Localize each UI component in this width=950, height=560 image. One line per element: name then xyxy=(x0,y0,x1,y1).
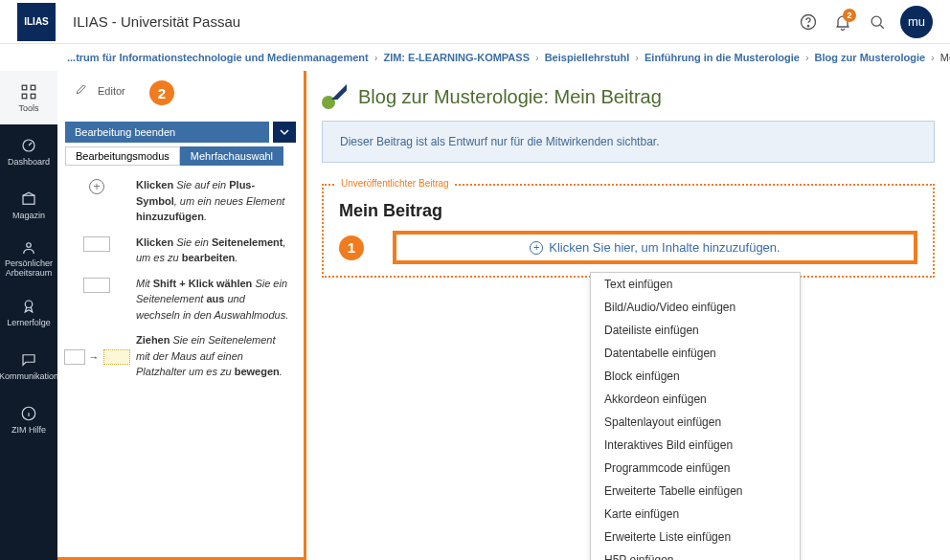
editor-hints: + Klicken Sie auf ein Plus-Symbol, um ei… xyxy=(65,177,296,380)
menu-insert-h5p[interactable]: H5P einfügen xyxy=(591,549,800,560)
annotation-badge-1: 1 xyxy=(339,235,364,260)
svg-rect-6 xyxy=(31,94,35,99)
svg-rect-8 xyxy=(23,195,34,204)
insert-menu: Text einfügen Bild/Audio/Video einfügen … xyxy=(590,272,801,560)
menu-insert-advanced-table[interactable]: Erweiterte Tabelle einfügen xyxy=(591,480,800,503)
breadcrumb-item[interactable]: Beispiellehrstuhl xyxy=(545,52,630,63)
element-icon xyxy=(83,236,110,252)
app-logo[interactable]: ILIAS xyxy=(17,3,56,41)
page-title: Blog zur Musterologie: Mein Beitrag xyxy=(358,86,662,108)
rail-label: Kommunikation xyxy=(0,371,58,381)
header: ILIAS ILIAS - Universität Passau 2 mu xyxy=(0,0,950,44)
blog-edit-icon xyxy=(322,84,347,109)
breadcrumb-item[interactable]: Blog zur Musterologie xyxy=(815,52,926,63)
add-content-label: Klicken Sie hier, um Inhalte hinzuzufüge… xyxy=(549,240,780,255)
left-rail: Tools Dashboard Magazin Persönlicher Arb… xyxy=(0,71,57,560)
draft-label: Unveröffentlichter Beitrag xyxy=(335,178,455,189)
plus-icon: + xyxy=(530,241,543,255)
svg-rect-3 xyxy=(22,85,27,90)
finish-dropdown-toggle[interactable] xyxy=(273,122,296,143)
menu-insert-text[interactable]: Text einfügen xyxy=(591,273,800,296)
svg-point-1 xyxy=(807,25,808,26)
pencil-icon xyxy=(75,82,88,99)
breadcrumb-item[interactable]: ...trum für Informationstechnologie und … xyxy=(67,52,369,63)
menu-insert-datatable[interactable]: Datentabelle einfügen xyxy=(591,342,800,365)
svg-point-9 xyxy=(27,242,32,247)
rail-magazin[interactable]: Magazin xyxy=(0,178,57,232)
editor-panel: Editor 2 Bearbeitung beenden Bearbeitung… xyxy=(57,71,306,560)
rail-achievements[interactable]: Lernerfolge xyxy=(0,285,57,339)
edit-mode-button[interactable]: Bearbeitungsmodus xyxy=(65,146,180,166)
breadcrumb: ...trum für Informationstechnologie und … xyxy=(0,44,950,71)
breadcrumb-current: Mein Beitrag xyxy=(940,52,950,63)
finish-editing-button[interactable]: Bearbeitung beenden xyxy=(65,122,269,143)
rail-label: Lernerfolge xyxy=(7,318,51,327)
menu-insert-block[interactable]: Block einfügen xyxy=(591,365,800,388)
editor-tab[interactable]: Editor 2 xyxy=(65,77,296,122)
plus-icon: + xyxy=(89,179,104,194)
editor-tab-label: Editor xyxy=(98,85,125,97)
element-icon xyxy=(83,278,110,293)
add-content-button[interactable]: + Klicken Sie hier, um Inhalte hinzuzufü… xyxy=(393,231,917,264)
rail-tools[interactable]: Tools xyxy=(0,71,57,124)
draft-container: Unveröffentlichter Beitrag Mein Beitrag … xyxy=(322,184,935,278)
rail-label: Dashboard xyxy=(8,157,50,167)
avatar[interactable]: mu xyxy=(900,6,933,38)
menu-insert-media[interactable]: Bild/Audio/Video einfügen xyxy=(591,296,800,319)
menu-insert-columns[interactable]: Spaltenlayout einfügen xyxy=(591,411,800,434)
app-title: ILIAS - Universität Passau xyxy=(73,13,240,30)
rail-label: Persönlicher Arbeitsraum xyxy=(0,259,57,279)
svg-point-2 xyxy=(871,16,881,26)
menu-insert-map[interactable]: Karte einfügen xyxy=(591,503,800,526)
search-icon[interactable] xyxy=(860,5,894,39)
notification-badge: 2 xyxy=(843,9,856,22)
menu-insert-advanced-list[interactable]: Erweiterte Liste einfügen xyxy=(591,526,800,549)
annotation-badge-2: 2 xyxy=(149,80,174,105)
hint-edit: Klicken Sie ein Seitenelement, um es zu … xyxy=(136,235,290,266)
svg-rect-5 xyxy=(22,94,27,99)
rail-communication[interactable]: Kommunikation xyxy=(0,339,57,392)
rail-label: Magazin xyxy=(12,211,45,220)
rail-workspace[interactable]: Persönlicher Arbeitsraum xyxy=(0,232,57,285)
menu-insert-filelist[interactable]: Dateiliste einfügen xyxy=(591,319,800,342)
breadcrumb-item[interactable]: ZIM: E-LEARNING-KOMPASS xyxy=(383,52,530,63)
drag-icon: → xyxy=(64,334,130,380)
hint-add: Klicken Sie auf ein Plus-Symbol, um ein … xyxy=(136,177,290,225)
multi-select-button[interactable]: Mehrfachauswahl xyxy=(180,146,283,166)
hint-drag: Ziehen Sie ein Seitenelement mit der Mau… xyxy=(136,332,290,380)
hint-select: Mit Shift + Klick wählen Sie ein Seitene… xyxy=(136,276,290,324)
rail-label: ZIM Hilfe xyxy=(11,425,46,435)
svg-rect-4 xyxy=(31,85,35,90)
menu-insert-code[interactable]: Programmcode einfügen xyxy=(591,457,800,480)
rail-label: Tools xyxy=(18,103,38,113)
help-icon[interactable] xyxy=(791,5,826,39)
rail-dashboard[interactable]: Dashboard xyxy=(0,124,57,178)
rail-help[interactable]: ZIM Hilfe xyxy=(0,392,57,446)
draft-info-box: Dieser Beitrag ist als Entwurf nur für d… xyxy=(322,121,935,163)
menu-insert-interactive-image[interactable]: Interaktives Bild einfügen xyxy=(591,434,800,457)
menu-insert-accordion[interactable]: Akkordeon einfügen xyxy=(591,388,800,411)
draft-title: Mein Beitrag xyxy=(339,201,917,221)
svg-point-10 xyxy=(25,301,33,308)
notifications-icon[interactable]: 2 xyxy=(826,5,860,39)
main-content: Blog zur Musterologie: Mein Beitrag Dies… xyxy=(306,71,950,560)
breadcrumb-item[interactable]: Einführung in die Musterologie xyxy=(645,52,800,63)
